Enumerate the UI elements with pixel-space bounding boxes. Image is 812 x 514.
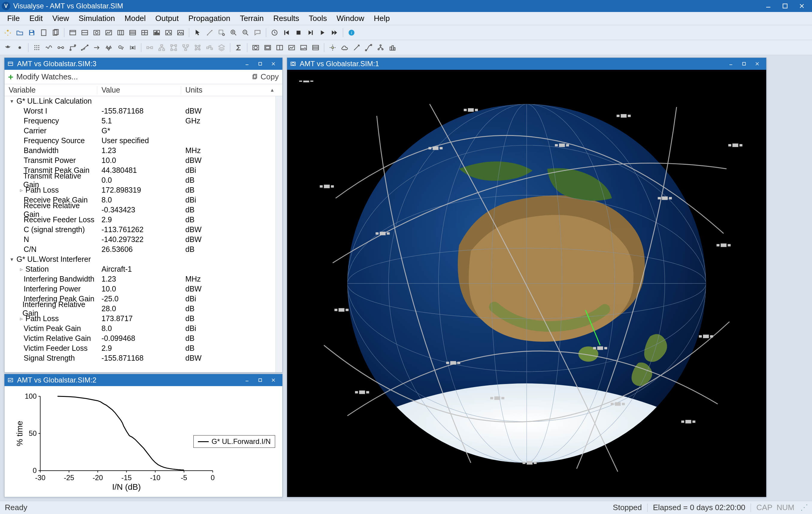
close-button[interactable] <box>793 0 810 12</box>
menu-terrain[interactable]: Terrain <box>235 12 268 25</box>
light-icon[interactable] <box>327 42 338 53</box>
station-point-icon[interactable] <box>14 42 25 53</box>
watch-row[interactable]: C/N26.53606dB <box>4 245 282 254</box>
route-icon[interactable] <box>67 42 78 53</box>
window-table-icon[interactable] <box>115 27 126 38</box>
minimize-button[interactable] <box>760 0 777 12</box>
watch-row[interactable]: Frequency5.1GHz <box>4 116 282 126</box>
menu-tools[interactable]: Tools <box>304 12 332 25</box>
header-variable[interactable]: Variable <box>4 86 97 94</box>
watch-row[interactable]: ▹Path Loss173.8717dB <box>4 314 282 323</box>
window-list-icon[interactable] <box>127 27 138 38</box>
watch-row[interactable]: Victim Peak Gain8.0dBi <box>4 323 282 333</box>
window-watch-icon[interactable] <box>79 27 90 38</box>
scrollbar-thumb[interactable] <box>277 97 282 247</box>
watch-window[interactable]: AMT vs Globalstar.SIM:3 + Modify Watches… <box>4 58 283 373</box>
tree-across-icon[interactable] <box>168 42 179 53</box>
sigma-icon[interactable] <box>233 42 244 53</box>
watch-row[interactable]: Interfering Bandwidth1.23MHz <box>4 274 282 284</box>
chart-canvas[interactable]: 050100-30-25-20-15-10-50I/N (dB)% time G… <box>4 386 282 497</box>
rain-icon[interactable] <box>339 42 350 53</box>
globe-window[interactable]: AMT vs Globalstar.SIM:1 <box>287 58 766 497</box>
comment-icon[interactable] <box>252 27 263 38</box>
window-bar-icon[interactable] <box>151 27 162 38</box>
watch-row[interactable]: Receive Feeder Loss2.9dB <box>4 215 282 225</box>
menu-simulation[interactable]: Simulation <box>74 12 120 25</box>
layers-icon[interactable] <box>216 42 227 53</box>
link-pair-icon[interactable] <box>55 42 66 53</box>
page-icon[interactable] <box>38 27 49 38</box>
measure-icon[interactable] <box>204 27 215 38</box>
watch-row[interactable]: Victim Relative Gain-0.099468dB <box>4 333 282 343</box>
variable-x-icon[interactable]: x <box>127 42 138 53</box>
watch-row[interactable]: Worst I-155.871168dBW <box>4 106 282 116</box>
view-detail-icon[interactable] <box>262 42 273 53</box>
wave-icon[interactable] <box>44 42 54 53</box>
window-plot-icon[interactable] <box>103 27 114 38</box>
watch-row[interactable]: Transmit Relative Gain0.0dB <box>4 175 282 185</box>
view-stack-icon[interactable] <box>310 42 321 53</box>
zoom-area-icon[interactable] <box>216 27 227 38</box>
modify-watches-button[interactable]: + Modify Watches... <box>8 72 78 82</box>
info-icon[interactable]: i <box>346 27 357 38</box>
window-terrain-icon[interactable] <box>175 27 186 38</box>
watch-row[interactable]: C (signal strength)-113.761262dBW <box>4 225 282 234</box>
interference-icon[interactable] <box>79 42 90 53</box>
play-icon[interactable] <box>317 27 328 38</box>
resize-grip-icon[interactable]: ⋰ <box>800 503 807 512</box>
node-tree-icon[interactable] <box>375 42 386 53</box>
view-split-icon[interactable] <box>274 42 285 53</box>
vector-icon[interactable] <box>351 42 362 53</box>
chart-window[interactable]: AMT vs Globalstar.SIM:2 050100-30-25-20-… <box>4 374 283 497</box>
new-icon[interactable] <box>2 27 13 38</box>
menu-help[interactable]: Help <box>369 12 395 25</box>
header-units[interactable]: Units▲ <box>181 86 282 94</box>
zoom-out-icon[interactable] <box>240 27 251 38</box>
branch-icon[interactable] <box>363 42 374 53</box>
copy-button[interactable]: Copy <box>252 72 279 82</box>
mesh-icon[interactable] <box>192 42 203 53</box>
watch-window-maximize[interactable] <box>254 59 267 68</box>
watch-row[interactable]: Bandwidth1.23MHz <box>4 146 282 155</box>
satellite-dropdown-icon[interactable] <box>115 42 126 53</box>
watch-row[interactable]: Transmit Power10.0dBW <box>4 155 282 165</box>
window-map-icon[interactable] <box>67 27 78 38</box>
tree-down-icon[interactable] <box>180 42 191 53</box>
antenna-icon[interactable] <box>2 42 13 53</box>
menu-view[interactable]: View <box>48 12 74 25</box>
watch-row[interactable]: Receive Relative Gain-0.343423dB <box>4 205 282 215</box>
watch-row[interactable]: Interfering Relative Gain28.0dB <box>4 304 282 314</box>
chart-window-close[interactable] <box>267 376 280 384</box>
globe-window-minimize[interactable] <box>724 59 737 68</box>
window-3d-icon[interactable] <box>91 27 102 38</box>
menu-model[interactable]: Model <box>120 12 151 25</box>
save-icon[interactable] <box>26 27 37 38</box>
menu-propagation[interactable]: Propagation <box>183 12 235 25</box>
watch-row[interactable]: Interfering Power10.0dBW <box>4 284 282 294</box>
chart-window-maximize[interactable] <box>254 376 267 384</box>
stop-icon[interactable] <box>293 27 304 38</box>
globe-canvas[interactable] <box>287 70 766 497</box>
globe-window-titlebar[interactable]: AMT vs Globalstar.SIM:1 <box>287 58 766 70</box>
menu-edit[interactable]: Edit <box>25 12 48 25</box>
pointer-icon[interactable] <box>192 27 203 38</box>
watch-row[interactable]: Victim Feeder Loss2.9dB <box>4 343 282 353</box>
watch-window-minimize[interactable] <box>240 59 254 68</box>
grid-dots-icon[interactable] <box>31 42 42 53</box>
chart-window-minimize[interactable] <box>240 376 254 384</box>
watch-group[interactable]: ▾G* UL.Link Calculation <box>4 96 282 106</box>
view-earth-icon[interactable] <box>250 42 261 53</box>
fast-forward-icon[interactable] <box>329 27 340 38</box>
watch-group[interactable]: ▾G* UL.Worst Interferer <box>4 254 282 264</box>
watch-row[interactable]: N-140.297322dBW <box>4 234 282 245</box>
menu-results[interactable]: Results <box>268 12 304 25</box>
chart-window-titlebar[interactable]: AMT vs Globalstar.SIM:2 <box>4 374 282 386</box>
window-scatter-icon[interactable] <box>163 27 174 38</box>
city-icon[interactable] <box>387 42 398 53</box>
tree-up-icon[interactable] <box>156 42 167 53</box>
connect-icon[interactable] <box>144 42 155 53</box>
globe-window-maximize[interactable] <box>737 59 751 68</box>
watch-row[interactable]: Frequency SourceUser specified <box>4 136 282 146</box>
watch-row[interactable]: ▹Path Loss172.898319dB <box>4 185 282 195</box>
maximize-button[interactable] <box>777 0 793 12</box>
